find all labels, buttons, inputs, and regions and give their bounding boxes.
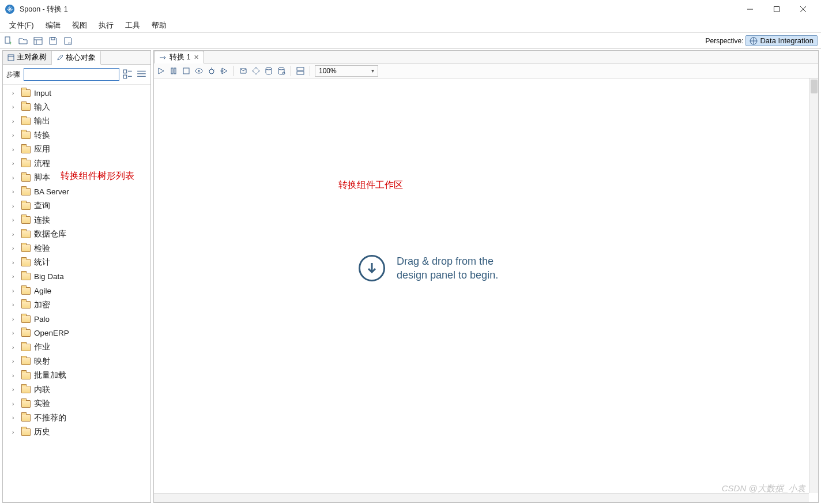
tree-item[interactable]: ›加密 — [3, 298, 150, 313]
tree-item[interactable]: ›BA Server — [3, 185, 150, 200]
tree-item[interactable]: ›统计 — [3, 255, 150, 270]
close-tab-icon[interactable]: ✕ — [194, 54, 199, 61]
editor-toolbar: 100% ▾ — [154, 63, 818, 78]
tree-item[interactable]: ›Big Data — [3, 270, 150, 284]
expand-caret-icon[interactable]: › — [12, 273, 18, 280]
pause-icon[interactable] — [169, 66, 178, 76]
preview-icon[interactable] — [194, 66, 204, 76]
expand-caret-icon[interactable]: › — [12, 415, 18, 421]
tree-item[interactable]: ›作业 — [3, 340, 150, 355]
menu-help[interactable]: 帮助 — [146, 19, 172, 32]
perspective-selector[interactable]: Data Integration — [745, 35, 818, 46]
collapse-all-icon[interactable] — [137, 69, 147, 80]
menu-run[interactable]: 执行 — [93, 19, 119, 32]
debug-icon[interactable] — [207, 66, 216, 76]
folder-icon — [21, 287, 31, 295]
expand-caret-icon[interactable]: › — [12, 401, 18, 407]
expand-caret-icon[interactable]: › — [12, 373, 18, 379]
transformation-canvas[interactable]: 转换组件工作区 Drag & drop from the design pane… — [154, 78, 818, 502]
tree-item[interactable]: ›内联 — [3, 383, 150, 397]
tree-item[interactable]: ›历史 — [3, 425, 150, 439]
explorer-db-icon[interactable] — [277, 66, 286, 76]
save-icon[interactable] — [48, 36, 58, 46]
open-file-icon[interactable] — [18, 36, 28, 46]
tree-item[interactable]: ›数据仓库 — [3, 227, 150, 242]
expand-caret-icon[interactable]: › — [12, 316, 18, 322]
expand-caret-icon[interactable]: › — [12, 104, 18, 110]
tree-item[interactable]: ›连接 — [3, 213, 150, 228]
expand-caret-icon[interactable]: › — [12, 330, 18, 336]
tree-item-label: 检验 — [34, 243, 50, 254]
tree-item[interactable]: ›不推荐的 — [3, 411, 150, 426]
expand-caret-icon[interactable]: › — [12, 259, 18, 266]
editor-tab-1[interactable]: 转换 1 ✕ — [154, 51, 204, 63]
expand-caret-icon[interactable]: › — [12, 344, 18, 351]
tree-item[interactable]: ›查询 — [3, 199, 150, 213]
step-tree[interactable]: 转换组件树形列表 ›Input›输入›输出›转换›应用›流程›脚本›BA Ser… — [3, 85, 150, 502]
expand-caret-icon[interactable]: › — [12, 132, 18, 138]
close-button[interactable] — [790, 0, 816, 18]
expand-caret-icon[interactable]: › — [12, 386, 18, 393]
expand-caret-icon[interactable]: › — [12, 146, 18, 153]
expand-caret-icon[interactable]: › — [12, 189, 18, 195]
drop-hint-icon — [359, 255, 385, 281]
expand-caret-icon[interactable]: › — [12, 203, 18, 209]
expand-caret-icon[interactable]: › — [12, 358, 18, 364]
vertical-scrollbar[interactable] — [809, 78, 818, 493]
tree-item[interactable]: ›Agile — [3, 284, 150, 298]
menu-tools[interactable]: 工具 — [119, 19, 146, 32]
tree-item[interactable]: ›输入 — [3, 100, 150, 115]
tree-item[interactable]: ›输出 — [3, 114, 150, 129]
folder-icon — [21, 118, 31, 125]
expand-caret-icon[interactable]: › — [12, 288, 18, 294]
tree-item[interactable]: ›脚本 — [3, 171, 150, 185]
tree-item-label: 不推荐的 — [34, 413, 66, 423]
expand-caret-icon[interactable]: › — [12, 175, 18, 181]
sql-icon[interactable] — [264, 66, 273, 76]
expand-caret-icon[interactable]: › — [12, 429, 18, 435]
tree-item[interactable]: ›批量加载 — [3, 368, 150, 383]
tree-item[interactable]: ›转换 — [3, 129, 150, 143]
tab-core-objects[interactable]: 核心对象 — [52, 51, 101, 65]
tree-item[interactable]: ›Palo — [3, 312, 150, 326]
tree-item[interactable]: ›OpenERP — [3, 326, 150, 341]
maximize-button[interactable] — [763, 0, 790, 18]
tree-item[interactable]: ›实验 — [3, 397, 150, 411]
tree-item-label: 加密 — [34, 300, 50, 310]
zoom-selector[interactable]: 100% ▾ — [315, 65, 378, 77]
explorer-icon[interactable] — [33, 36, 43, 46]
run-icon[interactable] — [156, 66, 165, 76]
show-results-icon[interactable] — [296, 66, 305, 76]
save-as-icon[interactable] — [63, 36, 73, 46]
folder-icon — [21, 372, 31, 379]
expand-caret-icon[interactable]: › — [12, 90, 18, 96]
menu-file[interactable]: 文件(F) — [3, 19, 40, 32]
minimize-button[interactable] — [737, 0, 763, 18]
tree-item[interactable]: ›映射 — [3, 355, 150, 369]
expand-caret-icon[interactable]: › — [12, 245, 18, 251]
horizontal-scrollbar[interactable] — [154, 493, 809, 502]
tree-item-label: 输入 — [34, 102, 50, 112]
impact-icon[interactable] — [251, 66, 261, 76]
expand-caret-icon[interactable]: › — [12, 160, 18, 167]
svg-rect-37 — [297, 72, 304, 74]
tab-main-tree[interactable]: 主对象树 — [3, 51, 52, 64]
tree-item[interactable]: ›Input — [3, 86, 150, 100]
menu-view[interactable]: 视图 — [66, 19, 93, 32]
replay-icon[interactable] — [220, 66, 229, 76]
menu-edit[interactable]: 编辑 — [40, 19, 66, 32]
tree-item-label: Big Data — [34, 272, 64, 281]
step-search-input[interactable] — [24, 68, 119, 81]
expand-caret-icon[interactable]: › — [12, 118, 18, 125]
new-file-icon[interactable]: + — [3, 36, 13, 46]
tree-item[interactable]: ›流程 — [3, 157, 150, 171]
expand-all-icon[interactable] — [123, 69, 133, 80]
expand-caret-icon[interactable]: › — [12, 302, 18, 308]
expand-caret-icon[interactable]: › — [12, 231, 18, 238]
tree-item[interactable]: ›检验 — [3, 242, 150, 256]
expand-caret-icon[interactable]: › — [12, 217, 18, 223]
stop-icon[interactable] — [182, 66, 191, 76]
verify-icon[interactable] — [239, 66, 248, 76]
folder-icon — [21, 146, 31, 153]
tree-item[interactable]: ›应用 — [3, 142, 150, 157]
